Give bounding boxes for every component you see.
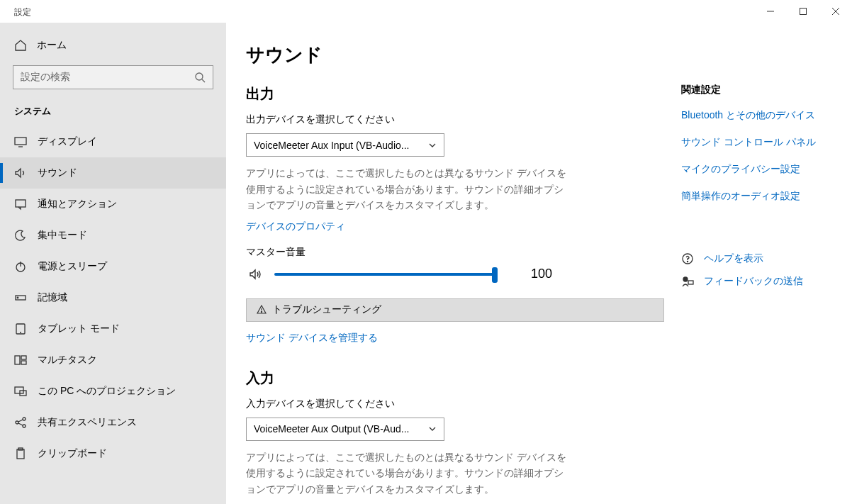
svg-rect-8 [16,200,26,207]
slider-thumb[interactable] [492,267,498,283]
display-icon [14,135,27,148]
input-heading: 入力 [246,369,664,388]
help-label: ヘルプを表示 [704,252,763,265]
output-heading: 出力 [246,84,664,103]
warning-icon [257,305,267,315]
svg-rect-15 [15,356,20,364]
feedback-link[interactable]: フィードバックの送信 [681,275,852,288]
troubleshoot-button[interactable]: トラブルシューティング [246,298,664,322]
rail-link-ease-audio[interactable]: 簡単操作のオーディオ設定 [681,190,852,203]
rail-link-sound-panel[interactable]: サウンド コントロール パネル [681,136,852,149]
output-help-text: アプリによっては、ここで選択したものとは異なるサウンド デバイスを使用するように… [246,165,572,213]
troubleshoot-label: トラブルシューティング [272,303,381,316]
svg-point-12 [17,297,18,298]
svg-point-31 [683,277,688,281]
rail-link-bluetooth[interactable]: Bluetooth とその他のデバイス [681,109,852,122]
projection-icon [14,385,27,398]
svg-line-23 [18,420,23,422]
input-help-text: アプリによっては、ここで選択したものとは異なるサウンド デバイスを使用するように… [246,449,572,497]
svg-rect-32 [688,281,693,284]
sidebar-item-projection[interactable]: この PC へのプロジェクション [0,376,226,407]
volume-icon[interactable] [249,267,263,281]
search-input[interactable]: 設定の検索 [13,65,213,89]
input-device-dropdown[interactable]: VoiceMeeter Aux Output (VB-Aud... [246,418,444,441]
sidebar-item-label: 通知とアクション [38,198,117,211]
svg-rect-6 [15,138,26,145]
minimize-button[interactable] [754,0,787,23]
output-device-value: VoiceMeeter Aux Input (VB-Audio... [254,140,409,151]
svg-point-28 [261,312,262,313]
svg-rect-16 [21,356,26,359]
manage-devices-link[interactable]: サウンド デバイスを管理する [246,332,664,345]
home-link[interactable]: ホーム [0,30,226,61]
tablet-icon [14,323,27,335]
home-icon [14,39,27,52]
slider-track [274,273,494,276]
output-device-dropdown[interactable]: VoiceMeeter Aux Input (VB-Audio... [246,133,444,157]
power-icon [14,260,27,273]
related-settings-heading: 関連設定 [681,84,852,96]
sound-icon [14,167,27,179]
volume-value: 100 [531,267,552,281]
sidebar-item-label: 共有エクスペリエンス [38,416,137,429]
svg-point-20 [16,421,18,424]
svg-point-30 [687,261,688,262]
sidebar-item-display[interactable]: ディスプレイ [0,126,226,157]
maximize-button[interactable] [787,0,819,23]
input-device-value: VoiceMeeter Aux Output (VB-Aud... [254,423,409,435]
sidebar-item-label: サウンド [38,167,77,179]
focus-icon [14,229,27,242]
sidebar-item-label: マルチタスク [38,354,97,366]
svg-rect-1 [800,9,807,15]
svg-point-22 [23,425,26,427]
sidebar-item-label: 集中モード [38,229,87,242]
sidebar-item-focus[interactable]: 集中モード [0,220,226,251]
sidebar-item-clipboard[interactable]: クリップボード [0,438,226,469]
sidebar-item-label: ディスプレイ [38,135,97,148]
svg-rect-17 [21,361,26,364]
main-content: サウンド 出力 出力デバイスを選択してください VoiceMeeter Aux … [226,23,852,504]
clipboard-icon [14,447,27,460]
chevron-down-icon [428,141,437,150]
feedback-icon [681,275,694,288]
search-placeholder: 設定の検索 [21,71,194,84]
titlebar: 設定 [0,0,852,23]
sidebar: ホーム 設定の検索 システム ディスプレイ サウンド 通知とアクション 集中モー… [0,23,226,504]
multitask-icon [14,354,27,366]
search-icon [194,72,206,83]
right-rail: 関連設定 Bluetooth とその他のデバイス サウンド コントロール パネル… [664,43,852,504]
master-volume-label: マスター音量 [246,246,664,259]
help-link[interactable]: ヘルプを表示 [681,252,852,265]
sidebar-item-label: 記憶域 [38,291,67,304]
sidebar-item-sound[interactable]: サウンド [0,157,226,189]
notification-icon [14,198,27,211]
sidebar-item-label: タブレット モード [38,323,120,335]
storage-icon [14,291,27,304]
svg-point-21 [23,418,26,420]
home-label: ホーム [37,39,67,52]
volume-slider[interactable] [274,266,494,283]
sidebar-item-storage[interactable]: 記憶域 [0,282,226,313]
sidebar-item-power[interactable]: 電源とスリープ [0,251,226,282]
sidebar-item-label: この PC へのプロジェクション [38,385,176,398]
help-icon [681,252,694,265]
feedback-label: フィードバックの送信 [704,275,803,288]
svg-line-5 [202,79,205,82]
input-select-label: 入力デバイスを選択してください [246,398,664,410]
page-title: サウンド [246,43,664,67]
window-title: 設定 [14,6,31,18]
sidebar-section-title: システム [0,98,226,126]
chevron-down-icon [428,425,437,433]
svg-line-24 [18,423,23,425]
svg-rect-25 [17,449,24,459]
share-icon [14,416,27,429]
output-properties-link[interactable]: デバイスのプロパティ [246,220,664,233]
sidebar-item-label: 電源とスリープ [38,260,107,273]
sidebar-item-multitask[interactable]: マルチタスク [0,345,226,376]
svg-point-4 [196,73,203,80]
sidebar-item-tablet[interactable]: タブレット モード [0,313,226,345]
sidebar-item-share[interactable]: 共有エクスペリエンス [0,407,226,438]
sidebar-item-notifications[interactable]: 通知とアクション [0,189,226,220]
close-button[interactable] [819,0,852,23]
rail-link-mic-privacy[interactable]: マイクのプライバシー設定 [681,163,852,176]
